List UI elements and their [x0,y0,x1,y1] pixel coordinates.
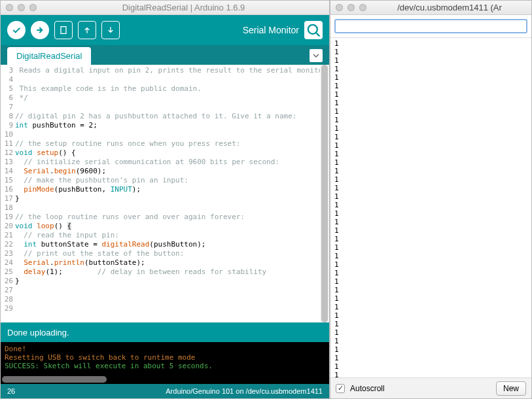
tab-menu-button[interactable] [310,49,323,62]
close-icon[interactable] [6,4,13,11]
serial-monitor-label: Serial Monitor [243,25,299,35]
sm-window-title: /dev/cu.usbmodem1411 (Ar [373,3,526,12]
sm-input-row [330,15,531,38]
autoscroll-label: Autoscroll [350,384,385,393]
ide-titlebar[interactable]: DigitalReadSerial | Arduino 1.6.9 [1,1,329,15]
save-sketch-button[interactable] [101,21,120,39]
verify-button[interactable] [7,21,26,39]
close-icon[interactable] [336,4,343,11]
sm-button[interactable]: New [496,381,526,396]
ide-tabbar: DigitalReadSerial [1,45,329,65]
ide-toolbar: Serial Monitor [1,15,329,45]
arduino-ide-window: DigitalReadSerial | Arduino 1.6.9 Serial… [0,0,330,399]
open-sketch-button[interactable] [78,21,96,39]
upload-button[interactable] [31,21,49,39]
console-hscrollbar[interactable] [1,375,329,384]
maximize-icon[interactable] [29,4,37,11]
serial-monitor-button[interactable] [304,21,323,39]
sm-bottom-bar: ✓ Autoscroll New [330,377,531,398]
sm-titlebar[interactable]: /dev/cu.usbmodem1411 (Ar [330,1,531,15]
footer-board-port: Arduino/Genuino 101 on /dev/cu.usbmodem1… [166,387,323,395]
status-strip: Done uploading. [1,322,329,342]
autoscroll-checkbox[interactable]: ✓ [336,384,345,393]
code-area[interactable]: Reads a digital input on pin 2, prints t… [15,65,329,322]
serial-output[interactable]: 1 1 1 1 1 1 1 1 1 1 1 1 1 1 1 1 1 1 1 1 … [330,38,531,377]
maximize-icon[interactable] [359,4,366,11]
svg-rect-0 [61,27,66,34]
editor-scrollbar[interactable] [320,65,329,322]
code-editor[interactable]: 3456789101112131415161718192021222324252… [1,65,329,322]
line-gutter: 3456789101112131415161718192021222324252… [1,65,15,322]
minimize-icon[interactable] [18,4,25,11]
tab-sketch[interactable]: DigitalReadSerial [7,47,91,65]
minimize-icon[interactable] [347,4,355,11]
ide-footer: 26 Arduino/Genuino 101 on /dev/cu.usbmod… [1,384,329,398]
serial-send-input[interactable] [334,19,527,33]
ide-window-title: DigitalReadSerial | Arduino 1.6.9 [43,3,324,12]
status-text: Done uploading. [7,328,69,338]
footer-line-number: 26 [7,387,15,395]
serial-monitor-window: /dev/cu.usbmodem1411 (Ar 1 1 1 1 1 1 1 1… [330,0,532,399]
console-output[interactable]: Done!Resetting USB to switch back to run… [1,342,329,375]
new-sketch-button[interactable] [54,21,73,39]
